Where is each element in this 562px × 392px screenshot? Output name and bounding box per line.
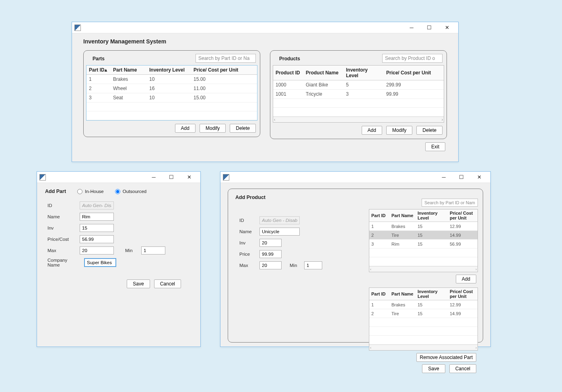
inhouse-radio[interactable]: In-House bbox=[77, 189, 104, 194]
table-row[interactable]: 1Brakes1015.00 bbox=[86, 75, 257, 84]
app-icon bbox=[74, 25, 81, 31]
inv-label: Inv bbox=[47, 226, 76, 230]
min-field[interactable] bbox=[141, 246, 165, 254]
table-row bbox=[369, 336, 478, 345]
name-label: Name bbox=[239, 229, 255, 234]
price-label: Price bbox=[239, 252, 255, 257]
table-row bbox=[86, 103, 257, 111]
close-button[interactable]: ✕ bbox=[180, 172, 198, 183]
cancel-button[interactable]: Cancel bbox=[449, 364, 476, 373]
add-part-title: Add Part bbox=[45, 189, 66, 194]
products-table[interactable]: Product ID Product Name Inventory Level … bbox=[273, 65, 444, 123]
products-modify-button[interactable]: Modify bbox=[386, 126, 412, 135]
app-icon bbox=[223, 174, 229, 181]
associated-parts-table[interactable]: Part ID Part Name Inventory Level Price/… bbox=[369, 287, 478, 351]
products-col-name[interactable]: Product Name bbox=[303, 66, 344, 80]
products-search-input[interactable] bbox=[382, 54, 443, 63]
inv-field[interactable] bbox=[80, 224, 114, 232]
products-col-price[interactable]: Price/ Cost per Unit bbox=[384, 66, 444, 80]
name-field[interactable] bbox=[259, 228, 300, 236]
add-product-panel: Add Product ID Name Inv Price Max Min bbox=[228, 189, 483, 343]
products-col-id[interactable]: Product ID bbox=[273, 66, 303, 80]
maximize-button[interactable]: ☐ bbox=[453, 172, 470, 183]
price-field[interactable] bbox=[80, 235, 114, 243]
table-row[interactable]: 2Tire1514.99 bbox=[369, 309, 478, 318]
parts-add-button[interactable]: Add bbox=[175, 124, 196, 133]
min-field[interactable] bbox=[304, 261, 322, 269]
table-row bbox=[86, 111, 257, 120]
parts-col-id[interactable]: Part ID▴ bbox=[86, 66, 111, 75]
price-label: Price/Cost bbox=[47, 237, 76, 242]
add-associated-button[interactable]: Add bbox=[456, 275, 476, 283]
table-row[interactable]: 1000Giant Bike5299.99 bbox=[273, 80, 444, 90]
company-label: Company Name bbox=[47, 258, 80, 267]
company-field[interactable] bbox=[84, 259, 116, 267]
table-row[interactable]: 2Tire1514.99 bbox=[369, 231, 478, 240]
table-row[interactable]: 1Brakes1512.99 bbox=[369, 300, 478, 309]
products-hscroll[interactable]: ‹› bbox=[273, 117, 444, 122]
parts-col-inv[interactable]: Inventory Level bbox=[147, 66, 191, 75]
table-row[interactable]: 3Rim1556.99 bbox=[369, 240, 478, 248]
max-field[interactable] bbox=[80, 246, 114, 254]
maximize-button[interactable]: ☐ bbox=[163, 172, 180, 183]
parts-modify-button[interactable]: Modify bbox=[200, 124, 226, 133]
parts-panel: Parts Part ID▴ Part Name Inventory Level… bbox=[83, 50, 260, 137]
cancel-button[interactable]: Cancel bbox=[154, 279, 181, 288]
products-delete-button[interactable]: Delete bbox=[416, 126, 443, 135]
close-button[interactable]: ✕ bbox=[470, 172, 488, 183]
products-add-button[interactable]: Add bbox=[362, 126, 382, 135]
parts-col-name[interactable]: Part Name bbox=[111, 66, 147, 75]
all-parts-table[interactable]: Part ID Part Name Inventory Level Price/… bbox=[369, 209, 478, 272]
table-row bbox=[273, 108, 444, 117]
products-col-inv[interactable]: Inventory Level bbox=[344, 66, 384, 80]
table-row bbox=[369, 257, 478, 266]
id-field bbox=[80, 201, 114, 209]
id-label: ID bbox=[47, 203, 76, 208]
minimize-button[interactable]: ─ bbox=[435, 172, 453, 183]
hscroll[interactable]: ‹› bbox=[369, 266, 478, 272]
table-row[interactable]: 3Seat1015.00 bbox=[86, 93, 257, 103]
price-field[interactable] bbox=[259, 250, 282, 258]
table-row bbox=[273, 99, 444, 108]
table-row bbox=[369, 318, 478, 327]
max-field[interactable] bbox=[259, 261, 282, 269]
remove-associated-button[interactable]: Remove Associated Part bbox=[416, 353, 476, 362]
exit-button[interactable]: Exit bbox=[425, 142, 445, 151]
add-product-window: ─ ☐ ✕ Add Product ID Name Inv Price Max … bbox=[220, 171, 491, 347]
min-label: Min bbox=[290, 263, 300, 268]
table-row[interactable]: 1Brakes1512.99 bbox=[369, 222, 478, 231]
table-row[interactable]: 2Wheel1611.00 bbox=[86, 84, 257, 93]
parts-col-price[interactable]: Price/ Cost per Unit bbox=[191, 66, 257, 75]
add-part-window: ─ ☐ ✕ Add Part In-House Outsourced ID Na… bbox=[37, 171, 201, 347]
minimize-button[interactable]: ─ bbox=[145, 172, 163, 183]
parts-delete-button[interactable]: Delete bbox=[230, 124, 256, 133]
inv-field[interactable] bbox=[259, 239, 282, 247]
name-label: Name bbox=[47, 214, 76, 219]
table-row bbox=[369, 327, 478, 336]
parts-table[interactable]: Part ID▴ Part Name Inventory Level Price… bbox=[86, 65, 257, 121]
parts-panel-label: Parts bbox=[89, 54, 108, 62]
products-panel-label: Products bbox=[276, 54, 303, 62]
titlebar: ─ ☐ ✕ bbox=[220, 172, 490, 183]
hscroll[interactable]: ‹› bbox=[369, 345, 478, 350]
name-field[interactable] bbox=[80, 213, 114, 221]
inv-label: Inv bbox=[239, 240, 255, 245]
outsourced-radio[interactable]: Outsourced bbox=[115, 189, 146, 194]
table-row bbox=[369, 248, 478, 257]
app-icon bbox=[39, 174, 46, 181]
close-button[interactable]: ✕ bbox=[438, 23, 456, 33]
id-label: ID bbox=[239, 218, 255, 223]
maximize-button[interactable]: ☐ bbox=[420, 23, 438, 33]
table-row[interactable]: 1001Tricycle399.99 bbox=[273, 90, 444, 99]
save-button[interactable]: Save bbox=[422, 364, 445, 373]
main-window: ─ ☐ ✕ Inventory Management System Parts bbox=[72, 22, 459, 162]
titlebar: ─ ☐ ✕ bbox=[72, 22, 458, 33]
save-button[interactable]: Save bbox=[127, 279, 150, 288]
id-field bbox=[259, 216, 300, 224]
minimize-button[interactable]: ─ bbox=[403, 23, 420, 33]
titlebar: ─ ☐ ✕ bbox=[37, 172, 200, 183]
products-panel: Products Product ID Product Name Invento… bbox=[270, 50, 447, 139]
parts-search-input[interactable] bbox=[196, 54, 256, 63]
page-title: Inventory Management System bbox=[83, 38, 447, 45]
product-parts-search-input[interactable] bbox=[422, 199, 478, 207]
